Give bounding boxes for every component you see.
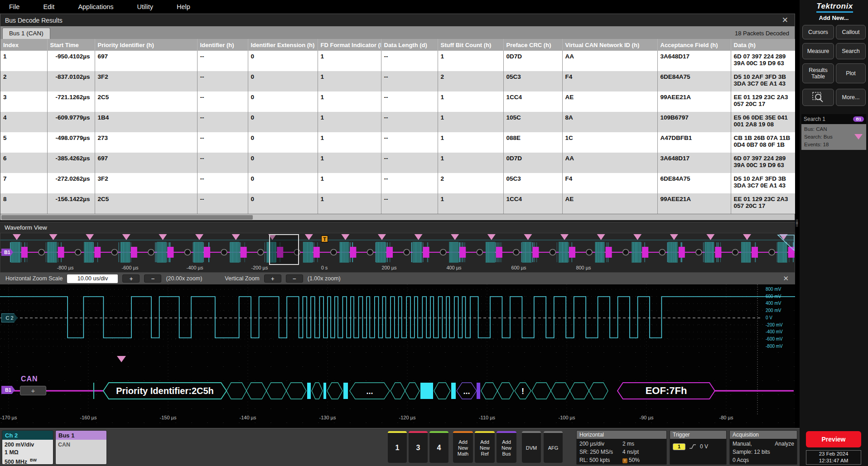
menu-item-applications[interactable]: Applications: [78, 3, 113, 10]
waveform-overview-strip[interactable]: B1 T -800 µs-600 µs-400 µs-200 µs0 s200 …: [0, 233, 795, 273]
table-cell: F4: [562, 173, 657, 193]
time-label: -160 µs: [72, 415, 104, 420]
close-icon[interactable]: ✕: [780, 16, 790, 24]
zoomed-waveform-area[interactable]: Priority Identifier:2C5h......!EOF:7Fh C…: [0, 284, 795, 428]
table-cell: 99AEE21A: [657, 193, 731, 214]
callout-button[interactable]: Callout: [836, 25, 866, 39]
table-row[interactable]: 3-721.1262µs2C5--01--11CC4AE99AEE21AEE 0…: [0, 91, 796, 112]
search1-source-badge: B1: [853, 116, 864, 122]
hzoom-minus-button[interactable]: −: [144, 274, 161, 283]
table-row[interactable]: 7-272.0262µs3F2--01--205C3F46DE84A75D5 1…: [0, 173, 796, 193]
add-new-math-button[interactable]: AddNewMath: [453, 431, 473, 463]
cursors-button[interactable]: Cursors: [802, 25, 834, 39]
table-cell: 0: [248, 193, 318, 214]
menu-item-edit[interactable]: Edit: [43, 3, 54, 10]
table-cell: 1: [318, 71, 381, 91]
table-cell: AA: [562, 153, 657, 173]
column-header[interactable]: Stuff Bit Count (h): [438, 39, 503, 51]
table-row[interactable]: 6-385.4262µs697--01--10D7DAA3A648D176D 0…: [0, 153, 796, 173]
column-header[interactable]: Index: [0, 39, 47, 51]
column-header[interactable]: Data (h): [731, 39, 796, 51]
horizontal-zoom-scale-input[interactable]: 10.00 us/div: [67, 274, 118, 283]
preview-button[interactable]: Preview: [806, 431, 861, 447]
menu-item-file[interactable]: File: [9, 3, 19, 10]
column-header[interactable]: Data Length (d): [381, 39, 438, 51]
hzoom-plus-button[interactable]: +: [122, 274, 140, 283]
table-horizontal-scrollbar[interactable]: [0, 214, 795, 220]
decode-tab-row: Bus 1 (CAN) 18 Packets Decoded: [0, 26, 795, 39]
search1-results-card[interactable]: Search 1 B1 Bus: CANSearch: BusEvents: 1…: [801, 114, 866, 150]
table-row[interactable]: 4-609.9779µs1B4--01--1105C8A109B6797E5 0…: [0, 112, 796, 132]
svg-text:!: !: [521, 387, 524, 396]
splitter-grip-icon: ⣿⣿: [796, 220, 799, 226]
trigger-marker-icon[interactable]: T: [321, 235, 328, 242]
dvm-button[interactable]: DVM: [522, 431, 541, 463]
table-cell: 0D7D: [503, 51, 562, 71]
measure-button[interactable]: Measure: [802, 43, 834, 59]
column-header[interactable]: Identifier Extension (h): [248, 39, 318, 51]
table-cell: 1: [318, 193, 381, 214]
more--button[interactable]: More...: [836, 89, 866, 106]
scrollbar-thumb[interactable]: [1, 215, 253, 220]
time-label: 12:31:47 AM: [819, 457, 849, 464]
table-cell: 0: [248, 91, 318, 112]
column-header[interactable]: Acceptance Field (h): [657, 39, 731, 51]
trigger-panel-title: Trigger: [670, 431, 726, 439]
table-cell: --: [197, 173, 248, 193]
table-cell: 1: [318, 173, 381, 193]
plot-button[interactable]: Plot: [836, 63, 866, 83]
column-header[interactable]: Start Time: [47, 39, 95, 51]
channel-button-1[interactable]: 1: [388, 431, 407, 463]
table-cell: -609.9779µs: [47, 112, 95, 132]
voltage-label: 600 mV: [766, 294, 793, 299]
search-button[interactable]: Search: [836, 43, 866, 59]
tektronix-logo: Tektronix: [816, 2, 853, 13]
vzoom-plus-button[interactable]: +: [264, 274, 281, 283]
menu-item-utility[interactable]: Utility: [137, 3, 153, 10]
column-header[interactable]: Identifier (h): [197, 39, 248, 51]
table-row[interactable]: 8-156.1422µs2C5--01--11CC4AE99AEE21AEE 0…: [0, 193, 796, 214]
zoom-selection-box[interactable]: [269, 234, 299, 265]
add-new-ref-button[interactable]: AddNewRef: [475, 431, 495, 463]
table-cell: --: [381, 173, 438, 193]
column-header[interactable]: Priority Identifier (h): [95, 39, 197, 51]
acquisition-panel[interactable]: Acquisition Manual,Analyze Sample: 12 bi…: [729, 430, 797, 465]
table-cell: 6D 07 397 224 289 39A 00C 19 D9 63: [731, 51, 796, 71]
horizontal-panel[interactable]: Horizontal 200 µs/div2 ms SR: 250 MS/s4 …: [576, 430, 667, 465]
overview-time-label: -600 µs: [114, 265, 146, 270]
bus-expand-button[interactable]: +: [20, 386, 46, 395]
acq-mode: Manual,: [733, 440, 752, 448]
add-new-bus-button[interactable]: AddNewBus: [497, 431, 516, 463]
zoom-select-button[interactable]: [802, 89, 834, 106]
channel-button-4[interactable]: 4: [429, 431, 448, 463]
trigger-level: 0 V: [700, 442, 708, 451]
results-table-button[interactable]: Results Table: [802, 63, 834, 83]
trigger-position-icon: T: [622, 458, 627, 463]
overview-time-label: -200 µs: [244, 265, 275, 270]
vzoom-minus-button[interactable]: −: [286, 274, 303, 283]
vertical-zoom-label: Vertical Zoom: [225, 275, 259, 282]
close-zoom-icon[interactable]: ✕: [783, 274, 789, 283]
menu-item-help[interactable]: Help: [177, 3, 190, 10]
column-header[interactable]: Virtual CAN Network ID (h): [562, 39, 657, 51]
table-row[interactable]: 1-950.4102µs697--01--10D7DAA3A648D176D 0…: [0, 51, 796, 71]
channel-button-3[interactable]: 3: [409, 431, 428, 463]
search1-info-line: Bus: CAN: [804, 125, 863, 133]
column-header[interactable]: Preface CRC (h): [503, 39, 562, 51]
table-cell: 1: [438, 91, 503, 112]
column-header[interactable]: FD Format Indicator (h): [318, 39, 381, 51]
panel-splitter[interactable]: ⣿⣿: [795, 14, 800, 428]
bus1-settings-badge[interactable]: Bus 1 CAN: [55, 430, 107, 465]
table-cell: 0: [248, 153, 318, 173]
table-cell: 0: [248, 51, 318, 71]
time-label: -90 µs: [631, 415, 662, 420]
table-row[interactable]: 5-498.0779µs273--01--1088E1CA47DBFB1CB 1…: [0, 132, 796, 153]
svg-text:Priority Identifier:2C5h: Priority Identifier:2C5h: [116, 386, 214, 396]
tab-bus1-can[interactable]: Bus 1 (CAN): [2, 28, 50, 39]
channel2-settings-badge[interactable]: Ch 2 200 mV/div1 MΩ500 MHzBW: [2, 430, 53, 465]
trigger-panel[interactable]: Trigger 1 0 V: [670, 430, 727, 465]
table-row[interactable]: 2-837.0102µs3F2--01--205C3F46DE84A75D5 1…: [0, 71, 796, 91]
afg-button[interactable]: AFG: [544, 431, 563, 463]
time-label: -170 µs: [0, 415, 24, 420]
table-cell: D5 10 2AF 3FD 3B 3DA 3C7 0E A1 43: [731, 71, 796, 91]
